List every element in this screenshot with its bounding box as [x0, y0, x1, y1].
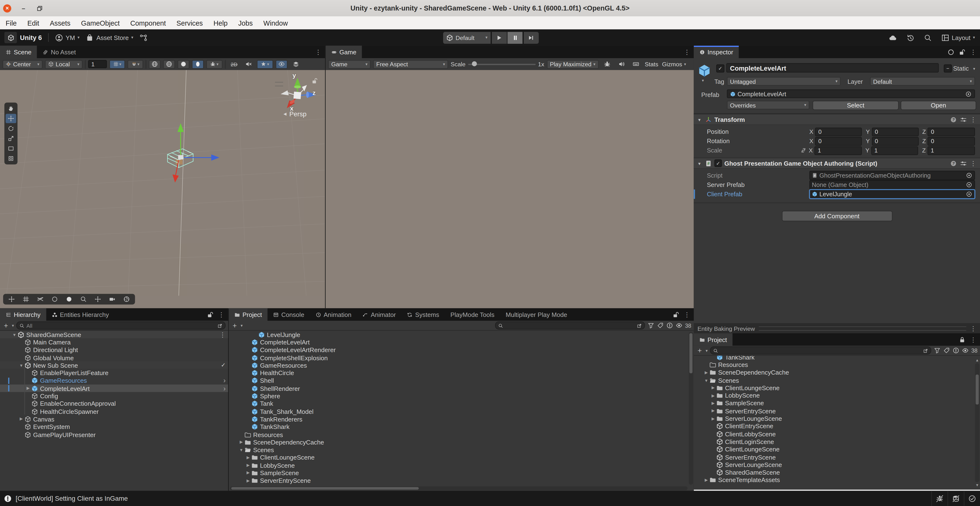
- mute-audio-toggle[interactable]: [616, 60, 627, 68]
- scrollbar[interactable]: [975, 363, 979, 482]
- menu-edit[interactable]: Edit: [27, 19, 39, 27]
- tree-row[interactable]: ShellRenderer: [229, 385, 694, 392]
- menu-window[interactable]: Window: [263, 19, 288, 27]
- version-control-button[interactable]: [140, 33, 148, 41]
- tree-row[interactable]: LevelJungle: [229, 331, 694, 339]
- tab-right-project[interactable]: Project: [694, 333, 733, 345]
- tab-multiplayer-play-mode[interactable]: Multiplayer Play Mode: [500, 308, 573, 321]
- tab-project[interactable]: Project: [229, 308, 267, 321]
- 2d-toggle[interactable]: 2D: [228, 60, 240, 68]
- filter-type-icon[interactable]: [648, 322, 654, 329]
- overlay-move-button[interactable]: [5, 295, 18, 304]
- scene-check-icon[interactable]: ✓: [221, 362, 226, 368]
- panel-menu-icon[interactable]: ⋮: [218, 311, 224, 318]
- overlay-sphere-button[interactable]: [48, 295, 61, 304]
- collapse-arrow-icon[interactable]: ▼: [238, 448, 244, 452]
- tree-row[interactable]: GameResources›: [0, 377, 228, 385]
- tab-playmode-tools[interactable]: PlayMode Tools: [445, 308, 500, 321]
- tree-row[interactable]: ▶LobbyScene: [694, 392, 980, 399]
- cloud-services-icon[interactable]: [889, 33, 897, 41]
- label-filter-icon[interactable]: [943, 347, 950, 354]
- prefab-chevron-icon[interactable]: ›: [223, 377, 226, 384]
- display-dropdown[interactable]: Game▾: [328, 60, 371, 68]
- debug-toggle[interactable]: [601, 60, 613, 68]
- tree-row[interactable]: Tank: [229, 400, 694, 407]
- tree-row[interactable]: ▶SceneDependencyCache: [229, 439, 694, 446]
- horizontal-scrollbar[interactable]: [230, 486, 687, 490]
- foldout-arrow-icon[interactable]: ▼: [696, 117, 702, 122]
- grid-size-field[interactable]: 1: [88, 60, 107, 68]
- chevron-down-icon[interactable]: ▾: [12, 323, 14, 328]
- scale-slider[interactable]: [468, 64, 535, 65]
- tree-row[interactable]: TankRenderers: [229, 415, 694, 423]
- collapse-arrow-icon[interactable]: ▼: [18, 363, 24, 368]
- overlays-button[interactable]: [290, 60, 302, 68]
- input-toggle[interactable]: [630, 60, 642, 68]
- link-scale-icon[interactable]: [800, 148, 806, 153]
- expand-arrow-icon[interactable]: ▶: [703, 477, 710, 482]
- prefab-field[interactable]: CompleteLevelArt: [727, 89, 975, 99]
- grid-snapping-toggle[interactable]: ▾: [109, 60, 125, 68]
- overlay-pan-button[interactable]: [91, 295, 104, 304]
- overlay-zoom-button[interactable]: [77, 295, 90, 304]
- audio-toggle[interactable]: [243, 60, 255, 68]
- active-view-toggle[interactable]: [192, 60, 204, 68]
- wireframe-mode-button[interactable]: [163, 60, 175, 68]
- tree-row[interactable]: CompleteShellExplosion: [229, 354, 694, 361]
- status-bar[interactable]: [ClientWorld] Setting Client as InGame: [0, 491, 980, 506]
- pan-tool-button[interactable]: [6, 104, 16, 113]
- row-menu-icon[interactable]: ⋮: [220, 331, 226, 338]
- scene-menu-icon[interactable]: ⋮: [315, 48, 321, 55]
- expand-arrow-icon[interactable]: ▶: [25, 386, 31, 391]
- object-picker-icon[interactable]: [966, 181, 973, 188]
- expand-arrow-icon[interactable]: ▶: [710, 401, 716, 406]
- tab-systems[interactable]: Systems: [401, 308, 445, 321]
- menu-assets[interactable]: Assets: [50, 19, 70, 27]
- tree-row[interactable]: GamePlayUIPresenter: [0, 431, 228, 438]
- rotate-tool-button[interactable]: [6, 124, 16, 133]
- overlay-camera-button[interactable]: [105, 295, 119, 304]
- game-menu-icon[interactable]: ⋮: [684, 48, 690, 55]
- warnings-filter-icon[interactable]: [667, 322, 673, 329]
- filter-type-icon[interactable]: [934, 347, 941, 354]
- tree-row[interactable]: ▶SampleScene: [694, 399, 980, 407]
- tree-row[interactable]: Tank_Shark_Model: [229, 407, 694, 415]
- menu-help[interactable]: Help: [213, 19, 228, 27]
- game-viewport[interactable]: [326, 70, 694, 308]
- scroll-up-arrow[interactable]: ▲: [975, 358, 979, 362]
- tree-row[interactable]: EnablePlayerListFeature: [0, 369, 228, 377]
- menu-services[interactable]: Services: [177, 19, 203, 27]
- prefab-chevron-icon[interactable]: ›: [223, 385, 226, 392]
- debugger-status-icon[interactable]: [931, 491, 947, 506]
- server-prefab-field[interactable]: None (Game Object): [810, 180, 975, 189]
- scroll-down-arrow[interactable]: ▼: [975, 483, 979, 487]
- aspect-ratio-dropdown[interactable]: Free Aspect▾: [373, 60, 448, 68]
- unity-version-badge[interactable]: Unity 6: [4, 32, 42, 43]
- tree-row[interactable]: Sphere: [229, 392, 694, 400]
- tree-row[interactable]: Directional Light: [0, 346, 228, 354]
- stats-toggle[interactable]: Stats: [644, 60, 659, 68]
- entity-baking-preview-bar[interactable]: Entity Baking Preview ⋮: [694, 323, 980, 333]
- rect-tool-button[interactable]: [6, 144, 16, 153]
- tree-row[interactable]: ▶ServerEntryScene: [229, 477, 694, 484]
- tree-row[interactable]: Resources: [229, 431, 694, 438]
- collapse-arrow-icon[interactable]: ▼: [703, 378, 710, 382]
- tree-row[interactable]: ▶SceneTemplateAssets: [694, 476, 980, 484]
- move-tool-button[interactable]: [6, 114, 16, 123]
- scale-z-field[interactable]: 1: [928, 146, 975, 155]
- undo-history-icon[interactable]: [906, 33, 914, 41]
- tree-row[interactable]: TankShark: [694, 356, 980, 361]
- expand-arrow-icon[interactable]: ▶: [18, 417, 24, 422]
- tab-entities-hierarchy[interactable]: Entities Hierarchy: [46, 308, 115, 321]
- icon-chevron-icon[interactable]: ▾: [702, 78, 704, 83]
- expand-arrow-icon[interactable]: ▶: [710, 416, 716, 421]
- tree-row[interactable]: ▶LobbyScene: [229, 461, 694, 469]
- debug-draw-dropdown[interactable]: ▾: [206, 60, 223, 68]
- component-menu-icon[interactable]: ⋮: [970, 160, 976, 167]
- label-filter-icon[interactable]: [657, 322, 664, 329]
- asset-store-dropdown[interactable]: Asset Store ▾: [86, 33, 133, 41]
- scale-x-field[interactable]: 1: [815, 146, 862, 155]
- tree-row[interactable]: Resources: [694, 361, 980, 369]
- lock-open-icon[interactable]: [207, 311, 214, 318]
- play-maximized-dropdown[interactable]: Play Maximized▾: [547, 60, 598, 68]
